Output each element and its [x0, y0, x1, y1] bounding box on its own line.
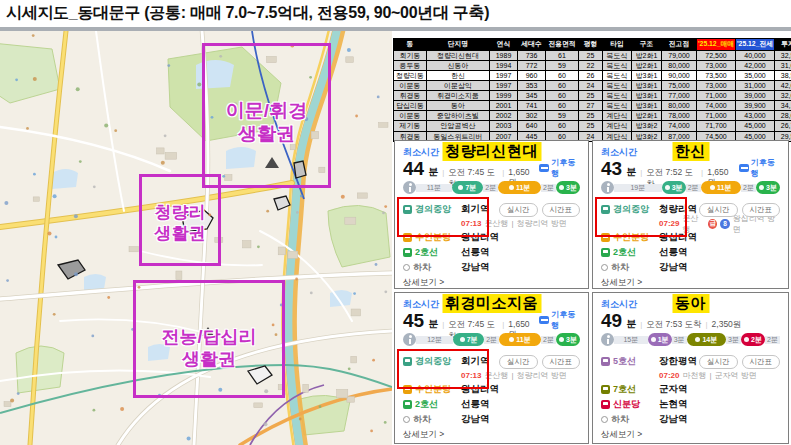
- table-cell[interactable]: 90,000: [662, 71, 697, 81]
- table-cell[interactable]: 방3화1: [632, 101, 662, 111]
- table-cell[interactable]: 32,000: [775, 91, 791, 101]
- table-cell[interactable]: 73,000: [697, 60, 736, 70]
- detail-link[interactable]: 상세보기 >: [601, 429, 780, 441]
- table-cell[interactable]: 772: [518, 60, 546, 70]
- table-cell[interactable]: 73,000: [697, 81, 736, 91]
- table-cell[interactable]: 방2화1: [632, 60, 662, 70]
- table-cell[interactable]: 59: [546, 60, 579, 70]
- table-cell[interactable]: 640: [518, 121, 546, 131]
- realtime-button[interactable]: 실시간: [499, 355, 538, 369]
- table-cell[interactable]: 1997: [490, 81, 518, 91]
- table-cell[interactable]: 복도식: [603, 101, 632, 111]
- table-cell[interactable]: 75,000: [662, 81, 697, 91]
- realtime-button[interactable]: 실시간: [699, 355, 738, 369]
- table-cell[interactable]: 71,700: [697, 121, 736, 131]
- table-cell[interactable]: 42,000: [736, 60, 775, 70]
- table-row[interactable]: 답십리동동아20017416027복도식방3화180,00074,00039,9…: [394, 101, 791, 111]
- table-cell[interactable]: 39,900: [736, 101, 775, 111]
- table-cell[interactable]: 353: [518, 81, 546, 91]
- table-cell[interactable]: 32,500: [775, 50, 791, 60]
- timetable-button[interactable]: 시간표: [542, 355, 581, 369]
- table-cell[interactable]: 35,000: [736, 71, 775, 81]
- table-cell[interactable]: 26,700: [775, 121, 791, 131]
- table-cell[interactable]: 80,000: [662, 101, 697, 111]
- table-row[interactable]: 이문동이문삼익19973536024복도식방3화175,00073,00031,…: [394, 81, 791, 91]
- table-cell[interactable]: 24: [579, 81, 603, 91]
- table-row[interactable]: 용두동신동아19947725922복도식방2화180,00073,00042,0…: [394, 60, 791, 70]
- table-cell[interactable]: 60: [546, 101, 579, 111]
- table-cell[interactable]: 60: [546, 81, 579, 91]
- table-cell[interactable]: 2002: [490, 111, 518, 121]
- table-cell[interactable]: 방3화2: [632, 121, 662, 131]
- table-cell[interactable]: 중앙하이츠빌: [427, 111, 490, 121]
- table-row[interactable]: 제기동안암골벽산20036406025계단식방3화274,00071,70045…: [394, 121, 791, 131]
- table-cell[interactable]: 736: [518, 50, 546, 60]
- table-cell[interactable]: 31,000: [775, 60, 791, 70]
- table-cell[interactable]: 26: [579, 71, 603, 81]
- table-cell[interactable]: 이문동: [394, 81, 427, 91]
- table-cell[interactable]: 25: [579, 111, 603, 121]
- timetable-button[interactable]: 시간표: [542, 203, 581, 217]
- realtime-button[interactable]: 실시간: [499, 203, 538, 217]
- table-cell[interactable]: 38,500: [775, 71, 791, 81]
- table-cell[interactable]: 제기동: [394, 121, 427, 131]
- table-cell[interactable]: 방3화1: [632, 71, 662, 81]
- table-cell[interactable]: 345: [518, 91, 546, 101]
- table-cell[interactable]: 2003: [490, 121, 518, 131]
- table-cell[interactable]: 34,100: [775, 101, 791, 111]
- table-cell[interactable]: 60: [546, 71, 579, 81]
- table-cell[interactable]: 31,000: [736, 81, 775, 91]
- table-cell[interactable]: 신동아: [427, 60, 490, 70]
- table-row[interactable]: 휘경동휘경미소지움19993456025복도식방3화177,00071,0003…: [394, 91, 791, 101]
- table-cell[interactable]: 45,000: [736, 121, 775, 131]
- map[interactable]: 이문/휘경 생활권 청량리 생활권 전농/답십리 생활권: [0, 31, 392, 445]
- table-cell[interactable]: 78,000: [662, 111, 697, 121]
- table-cell[interactable]: 60: [546, 121, 579, 131]
- table-cell[interactable]: 방2화1: [632, 111, 662, 121]
- table-cell[interactable]: 79,000: [662, 50, 697, 60]
- realtime-button[interactable]: 실시간: [699, 203, 738, 217]
- table-cell[interactable]: 복도식: [603, 91, 632, 101]
- table-row[interactable]: 이문동중앙하이츠빌20023025925계단식방2화178,00071,0004…: [394, 111, 791, 121]
- table-cell[interactable]: 복도식: [603, 71, 632, 81]
- table-cell[interactable]: 72,500: [697, 50, 736, 60]
- table-cell[interactable]: 59: [546, 111, 579, 121]
- timetable-button[interactable]: 시간표: [742, 355, 781, 369]
- table-cell[interactable]: 25: [579, 121, 603, 131]
- table-cell[interactable]: 22: [579, 60, 603, 70]
- table-cell[interactable]: 2001: [490, 101, 518, 111]
- table-cell[interactable]: 방3화1: [632, 91, 662, 101]
- table-cell[interactable]: 77,000: [662, 91, 697, 101]
- table-cell[interactable]: 43,000: [736, 111, 775, 121]
- table-cell[interactable]: 이문삼익: [427, 81, 490, 91]
- table-cell[interactable]: 25: [579, 91, 603, 101]
- table-cell[interactable]: 1994: [490, 60, 518, 70]
- table-row[interactable]: 청량리동한신19979606026복도식방3화190,00073,50035,0…: [394, 71, 791, 81]
- table-cell[interactable]: 39,000: [736, 91, 775, 101]
- table-cell[interactable]: 계단식: [603, 111, 632, 121]
- table-cell[interactable]: 302: [518, 111, 546, 121]
- table-cell[interactable]: 용두동: [394, 60, 427, 70]
- table-cell[interactable]: 73,500: [697, 71, 736, 81]
- table-cell[interactable]: 계단식: [603, 121, 632, 131]
- table-cell[interactable]: 청량리동: [394, 71, 427, 81]
- table-cell[interactable]: 28,000: [775, 111, 791, 121]
- table-cell[interactable]: 960: [518, 71, 546, 81]
- table-cell[interactable]: 방3화1: [632, 81, 662, 91]
- table-cell[interactable]: 61: [546, 50, 579, 60]
- table-cell[interactable]: 복도식: [603, 60, 632, 70]
- table-cell[interactable]: 복도식: [603, 50, 632, 60]
- timetable-button[interactable]: 시간표: [742, 203, 781, 217]
- detail-link[interactable]: 상세보기 >: [403, 277, 580, 289]
- table-cell[interactable]: 청량리신현대: [427, 50, 490, 60]
- table-cell[interactable]: 71,000: [697, 111, 736, 121]
- detail-link[interactable]: 상세보기 >: [601, 277, 780, 289]
- table-cell[interactable]: 안암골벽산: [427, 121, 490, 131]
- table-cell[interactable]: 1999: [490, 91, 518, 101]
- table-cell[interactable]: 한신: [427, 71, 490, 81]
- table-cell[interactable]: 71,000: [697, 91, 736, 101]
- table-cell[interactable]: 1997: [490, 71, 518, 81]
- detail-link[interactable]: 상세보기 >: [403, 429, 580, 441]
- table-cell[interactable]: 80,000: [662, 60, 697, 70]
- table-cell[interactable]: 25: [579, 50, 603, 60]
